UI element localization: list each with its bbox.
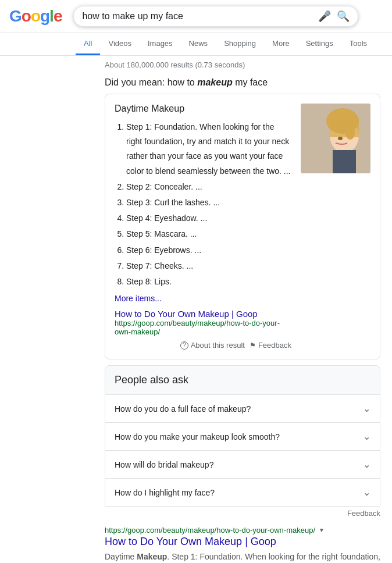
- did-you-mean: Did you mean: how to makeup my face: [0, 74, 392, 94]
- paa-question-3: How will do bridal makeup?: [115, 460, 213, 469]
- chevron-down-icon-1: ⌄: [363, 403, 370, 414]
- snippet-result-url: https://goop.com/beauty/makeup/how-to-do…: [115, 319, 291, 336]
- paa-item-1[interactable]: How do you do a full face of makeup? ⌄: [105, 395, 380, 423]
- snippet-image-inner: [301, 104, 370, 173]
- chevron-down-icon-4: ⌄: [363, 487, 370, 498]
- svg-rect-5: [333, 150, 356, 173]
- more-items-link[interactable]: More items...: [115, 294, 291, 303]
- nav-right: Settings Tools: [298, 33, 375, 55]
- chevron-down-icon-2: ⌄: [363, 431, 370, 442]
- question-circle-icon: ?: [180, 341, 188, 350]
- people-also-ask: People also ask How do you do a full fac…: [105, 365, 380, 520]
- svg-point-4: [345, 126, 355, 140]
- feedback-icon: ⚑: [250, 341, 256, 350]
- featured-snippet: Daytime Makeup Step 1: Foundation. When …: [105, 94, 380, 359]
- paa-feedback[interactable]: Feedback: [105, 507, 380, 520]
- tab-images[interactable]: Images: [140, 33, 181, 55]
- results-count: About 180,000,000 results (0.73 seconds): [0, 56, 392, 74]
- snippet-step-5: Step 5: Mascara. ...: [126, 227, 291, 241]
- snippet-title-link[interactable]: How to Do Your Own Makeup | Goop: [115, 309, 258, 319]
- snippet-footer: ? About this result ⚑ Feedback: [115, 341, 291, 350]
- svg-point-6: [338, 137, 343, 140]
- feedback-link[interactable]: ⚑ Feedback: [250, 341, 291, 350]
- search-input[interactable]: [82, 11, 318, 22]
- dym-bold: makeup: [197, 77, 232, 87]
- result-url-row-1: https://goop.com/beauty/makeup/how-to-do…: [105, 526, 380, 535]
- result-url-1: https://goop.com/beauty/makeup/how-to-do…: [105, 526, 315, 535]
- about-result-button[interactable]: ? About this result: [180, 341, 245, 350]
- tab-shopping[interactable]: Shopping: [216, 33, 264, 55]
- result-dropdown-icon-1[interactable]: ▼: [319, 527, 325, 533]
- tab-news[interactable]: News: [181, 33, 216, 55]
- paa-item-4[interactable]: How do I highlight my face? ⌄: [105, 479, 380, 507]
- result-title-1: How to Do Your Own Makeup | Goop: [105, 536, 380, 548]
- tab-videos[interactable]: Videos: [100, 33, 140, 55]
- logo-letter-l: l: [49, 7, 54, 25]
- paa-item-2[interactable]: How do you make your makeup look smooth?…: [105, 423, 380, 451]
- snippet-steps-list: Step 1: Foundation. When looking for the…: [115, 120, 291, 289]
- tab-all[interactable]: All: [76, 33, 100, 55]
- dym-regular1: how to: [168, 77, 195, 87]
- snippet-step-4: Step 4: Eyeshadow. ...: [126, 211, 291, 226]
- result-title-link-1[interactable]: How to Do Your Own Makeup | Goop: [105, 536, 276, 547]
- snippet-step-3: Step 3: Curl the lashes. ...: [126, 195, 291, 210]
- chevron-down-icon-3: ⌄: [363, 459, 370, 470]
- snippet-step-2: Step 2: Concealer. ...: [126, 180, 291, 194]
- feedback-label: Feedback: [258, 341, 291, 350]
- google-logo: Google: [9, 7, 62, 26]
- logo-letter-e: e: [54, 7, 62, 25]
- search-icon[interactable]: 🔍: [337, 10, 350, 23]
- header: Google 🎤 🔍: [0, 0, 392, 33]
- logo-letter-g: G: [9, 7, 22, 25]
- snippet-bold-1: Makeup: [137, 552, 167, 561]
- paa-question-2: How do you make your makeup look smooth?: [115, 432, 280, 441]
- tab-tools[interactable]: Tools: [341, 33, 375, 55]
- snippet-step-6: Step 6: Eyebrows. ...: [126, 243, 291, 258]
- search-icons: 🎤 🔍: [318, 10, 350, 23]
- paa-item-3[interactable]: How will do bridal makeup? ⌄: [105, 451, 380, 479]
- search-bar: 🎤 🔍: [73, 6, 358, 27]
- snippet-step-7: Step 7: Cheeks. ...: [126, 259, 291, 273]
- about-result-label: About this result: [191, 341, 245, 350]
- snippet-title: Daytime Makeup: [115, 104, 291, 114]
- logo-letter-g2: g: [40, 7, 49, 25]
- logo-letter-o1: o: [22, 7, 31, 25]
- snippet-step-8: Step 8: Lips.: [126, 275, 291, 289]
- snippet-content: Daytime Makeup Step 1: Foundation. When …: [115, 104, 291, 350]
- tab-settings[interactable]: Settings: [298, 33, 341, 55]
- logo-letter-o2: o: [31, 7, 40, 25]
- dym-regular2: my face: [235, 77, 268, 87]
- paa-question-1: How do you do a full face of makeup?: [115, 404, 251, 414]
- paa-question-4: How do I highlight my face?: [115, 488, 215, 497]
- paa-title: People also ask: [105, 365, 380, 395]
- snippet-image: [301, 104, 370, 173]
- snippet-step-1: Step 1: Foundation. When looking for the…: [126, 120, 291, 179]
- search-results: https://goop.com/beauty/makeup/how-to-do…: [0, 526, 392, 563]
- dym-prefix: Did you mean:: [105, 77, 165, 87]
- tab-more[interactable]: More: [264, 33, 298, 55]
- result-snippet-1: Daytime Makeup. Step 1: Foundation. When…: [105, 550, 380, 563]
- microphone-icon[interactable]: 🎤: [318, 10, 331, 23]
- navigation-tabs: All Videos Images News Shopping More Set…: [0, 33, 392, 56]
- result-item-1: https://goop.com/beauty/makeup/how-to-do…: [105, 526, 380, 563]
- snippet-result-link: How to Do Your Own Makeup | Goop https:/…: [115, 309, 291, 336]
- dym-link[interactable]: how to makeup my face: [168, 77, 268, 87]
